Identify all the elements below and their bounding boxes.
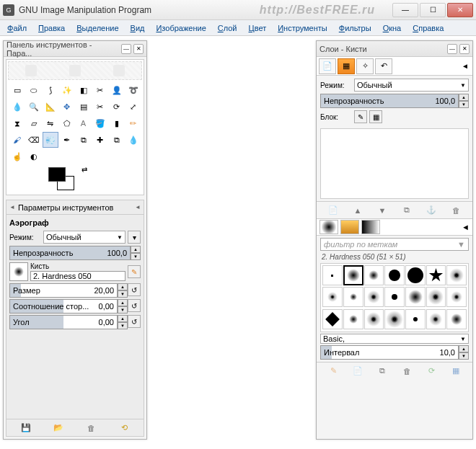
tool-by-color-select[interactable]: ◧ <box>76 82 92 98</box>
brush-item[interactable] <box>322 287 343 307</box>
close-button[interactable]: ✕ <box>447 3 473 17</box>
lock-pixels-button[interactable]: ✎ <box>354 110 367 123</box>
brush-item[interactable] <box>343 309 363 329</box>
tool-ink[interactable]: ✒ <box>59 132 75 148</box>
tool-perspective[interactable]: ▱ <box>26 115 42 131</box>
tool-zoom[interactable]: 🔍 <box>26 99 42 115</box>
tab-menu-icon[interactable]: ◄ <box>460 61 470 71</box>
image-drop-zone[interactable] <box>8 61 142 80</box>
angle-slider[interactable]: Угол0,00 <box>9 315 118 329</box>
mode-extra-button[interactable]: ▾ <box>128 231 141 244</box>
tool-color-picker[interactable]: 💧 <box>9 99 25 115</box>
spacing-slider[interactable]: Интервал10,0 <box>320 345 459 360</box>
tool-foreground-select[interactable]: 👤 <box>109 82 125 98</box>
tool-pencil[interactable]: ✏ <box>125 115 141 131</box>
brush-item[interactable] <box>322 309 343 329</box>
options-menu-icon[interactable]: ◄ <box>135 204 141 210</box>
tool-move[interactable]: ✥ <box>59 99 75 115</box>
brush-name-field[interactable]: 2. Hardness 050 <box>30 271 125 281</box>
brush-item[interactable] <box>405 265 426 285</box>
tab-patterns[interactable] <box>340 220 359 234</box>
tool-dodge[interactable]: ◐ <box>26 148 42 164</box>
tool-blend[interactable]: ▮ <box>109 115 125 131</box>
brush-preview[interactable] <box>9 262 28 281</box>
size-spinner[interactable]: ▲▼ <box>118 283 128 298</box>
brush-item[interactable] <box>384 309 405 329</box>
duplicate-layer-button[interactable]: ⧉ <box>400 204 413 217</box>
menu-layer[interactable]: Слой <box>213 22 242 34</box>
lock-alpha-button[interactable]: ▦ <box>369 110 382 123</box>
tool-text[interactable]: A <box>76 115 92 131</box>
aspect-spinner[interactable]: ▲▼ <box>118 299 128 314</box>
tool-smudge[interactable]: ☝ <box>9 148 25 164</box>
tool-paintbrush[interactable]: 🖌 <box>9 132 25 148</box>
layer-list[interactable] <box>320 128 469 199</box>
tool-fuzzy-select[interactable]: ✨ <box>59 82 75 98</box>
brush-item[interactable] <box>446 309 467 329</box>
menu-windows[interactable]: Окна <box>379 22 406 34</box>
delete-preset-icon[interactable]: 🗑 <box>85 422 98 435</box>
brush-item[interactable] <box>384 265 405 285</box>
tool-bucket-fill[interactable]: 🪣 <box>92 115 108 131</box>
menu-image[interactable]: Изображение <box>151 22 210 34</box>
tool-align[interactable]: ▤ <box>76 99 92 115</box>
tool-rect-select[interactable]: ▭ <box>9 82 25 98</box>
minimize-panel-button[interactable]: — <box>121 44 131 54</box>
brush-item[interactable] <box>446 265 467 285</box>
aspect-reset-button[interactable]: ↺ <box>128 299 141 312</box>
tab-channels[interactable]: ▦ <box>338 58 355 74</box>
layer-opacity-slider[interactable]: Непрозрачность100,0 <box>320 94 459 108</box>
brush-item[interactable] <box>405 309 426 329</box>
tool-paths[interactable]: ➰ <box>125 82 141 98</box>
tool-rotate[interactable]: ⟳ <box>109 99 125 115</box>
angle-reset-button[interactable]: ↺ <box>128 315 141 328</box>
tab-brushes[interactable] <box>319 220 338 234</box>
layer-opacity-spinner[interactable]: ▲▼ <box>459 94 469 108</box>
duplicate-brush-button[interactable]: ⧉ <box>376 365 389 378</box>
minimize-button[interactable]: — <box>392 3 418 17</box>
canvas-area[interactable] <box>150 42 304 164</box>
tool-airbrush[interactable]: 💨 <box>43 132 58 148</box>
close-layers-button[interactable]: ✕ <box>459 44 470 54</box>
tool-heal[interactable]: ✚ <box>92 132 108 148</box>
brush-item[interactable] <box>364 309 384 329</box>
maximize-button[interactable]: ☐ <box>420 3 446 17</box>
brush-item[interactable] <box>364 287 384 307</box>
angle-spinner[interactable]: ▲▼ <box>118 315 128 329</box>
swap-colors-icon[interactable]: ⇄ <box>81 166 87 174</box>
restore-preset-icon[interactable]: 📂 <box>52 422 65 435</box>
new-brush-button[interactable]: 📄 <box>351 365 364 378</box>
tool-blur[interactable]: 💧 <box>125 132 141 148</box>
tab-gradients[interactable] <box>361 220 380 234</box>
brush-edit-button[interactable]: ✎ <box>128 265 141 278</box>
lower-layer-button[interactable]: ▼ <box>376 204 389 217</box>
menu-select[interactable]: Выделение <box>72 22 123 34</box>
tab-layers[interactable]: 📄 <box>319 58 336 74</box>
tool-options-header[interactable]: ◄ Параметры инструментов ◄ <box>6 200 144 215</box>
menu-filters[interactable]: Фильтры <box>335 22 376 34</box>
brush-item[interactable] <box>343 287 363 307</box>
minimize-layers-button[interactable]: — <box>447 44 457 54</box>
open-brush-as-image-button[interactable]: ▦ <box>449 365 462 378</box>
save-preset-icon[interactable]: 💾 <box>19 422 32 435</box>
tool-crop[interactable]: ✂ <box>92 99 108 115</box>
raise-layer-button[interactable]: ▲ <box>351 204 364 217</box>
mode-select[interactable]: Обычный▼ <box>43 231 125 244</box>
opacity-slider[interactable]: Непрозрачность100,0 <box>9 246 131 260</box>
tool-cage[interactable]: ⬠ <box>59 115 75 131</box>
new-layer-button[interactable]: 📄 <box>327 204 340 217</box>
brush-item[interactable] <box>426 287 446 307</box>
brush-item[interactable] <box>364 265 384 285</box>
reset-preset-icon[interactable]: ⟲ <box>118 422 131 435</box>
menu-help[interactable]: Справка <box>408 22 448 34</box>
brush-tab-menu-icon[interactable]: ◄ <box>462 223 470 231</box>
tool-free-select[interactable]: ⟆ <box>43 82 58 98</box>
brush-item[interactable] <box>426 265 446 285</box>
spacing-spinner[interactable]: ▲▼ <box>459 345 469 360</box>
tool-eraser[interactable]: ⌫ <box>26 132 42 148</box>
refresh-brushes-button[interactable]: ⟳ <box>425 365 438 378</box>
aspect-slider[interactable]: Соотношение стор...0,00 <box>9 299 118 314</box>
menu-colors[interactable]: Цвет <box>244 22 271 34</box>
menu-tools[interactable]: Инструменты <box>273 22 332 34</box>
size-reset-button[interactable]: ↺ <box>128 283 141 296</box>
